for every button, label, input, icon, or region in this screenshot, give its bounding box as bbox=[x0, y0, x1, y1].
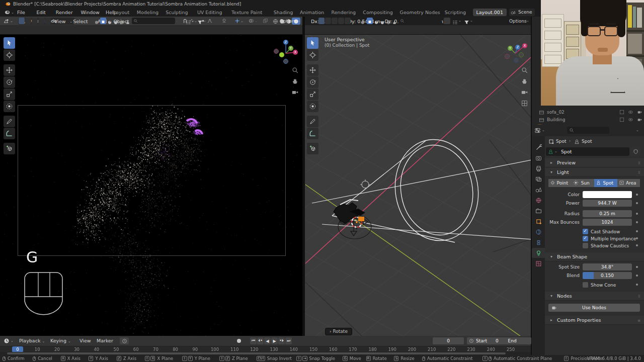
camera-view-icon[interactable] bbox=[521, 88, 528, 98]
max-bounces-field[interactable]: 1024 bbox=[583, 219, 632, 226]
viewport-menu-select[interactable]: Select bbox=[73, 19, 88, 24]
properties-tab-texture-icon[interactable] bbox=[532, 258, 545, 268]
shading-wireframe-icon[interactable] bbox=[273, 19, 278, 24]
jump-end-button[interactable]: ⏭ bbox=[285, 337, 292, 344]
spot-size-field[interactable]: 34.8° bbox=[583, 263, 632, 270]
view-list-icon[interactable] bbox=[452, 18, 458, 27]
collection-dropdown[interactable] bbox=[444, 18, 450, 24]
viewport-menu-view[interactable]: View bbox=[54, 19, 66, 24]
properties-tab-physics-icon[interactable] bbox=[532, 227, 545, 237]
menu-marker[interactable]: Marker bbox=[97, 338, 113, 343]
tool-transform[interactable] bbox=[4, 101, 15, 112]
tool-move[interactable] bbox=[307, 64, 318, 76]
toggle-grid-icon[interactable] bbox=[521, 99, 528, 109]
falloff-curve-icon[interactable] bbox=[207, 18, 213, 24]
workspace-tab-texture-paint[interactable]: Texture Paint bbox=[228, 9, 266, 16]
workspace-tab-rendering[interactable]: Rendering bbox=[328, 9, 360, 16]
gizmo-axis-y[interactable]: Y bbox=[288, 46, 293, 51]
workspace-tab-layout[interactable]: Layout bbox=[110, 9, 133, 16]
view-list-icon[interactable] bbox=[186, 18, 191, 27]
select-mode-subtract[interactable] bbox=[332, 18, 338, 24]
scene-selector[interactable]: Scene bbox=[509, 9, 535, 16]
select-mode-set[interactable] bbox=[318, 18, 325, 24]
light-type-area[interactable]: Area bbox=[617, 179, 640, 187]
record-button[interactable] bbox=[235, 337, 243, 344]
workspace-tab-modeling[interactable]: Modeling bbox=[133, 9, 162, 16]
gizmo-axis-y[interactable]: Y bbox=[508, 46, 513, 51]
show-gizmo-icon[interactable] bbox=[234, 18, 240, 24]
workspace-tab-shading[interactable]: Shading bbox=[270, 9, 297, 16]
filter-brush-icon[interactable] bbox=[125, 18, 130, 27]
light-type-spot[interactable]: Spot bbox=[594, 179, 617, 187]
operator-panel[interactable]: › Rotate bbox=[325, 328, 352, 335]
menu-window[interactable]: Window bbox=[80, 10, 99, 15]
gizmo-axis-z[interactable]: Z bbox=[515, 45, 520, 50]
breadcrumb-data[interactable]: Spot bbox=[582, 139, 592, 144]
tool-select[interactable] bbox=[307, 37, 318, 49]
gizmo-axis-neg[interactable] bbox=[519, 52, 524, 57]
timeline-ruler[interactable]: 0102030405060708090100110120130140150160… bbox=[0, 346, 531, 352]
zoom-icon[interactable] bbox=[521, 66, 528, 75]
play-reverse-button[interactable]: ◀ bbox=[264, 337, 271, 344]
workspace-tab-animation[interactable]: Animation bbox=[296, 9, 328, 16]
show-overlays-icon[interactable] bbox=[249, 18, 254, 24]
panel-beam-shape[interactable]: ▾Beam Shape bbox=[545, 252, 644, 261]
collection-dropdown[interactable] bbox=[177, 18, 184, 24]
filter-monkey-icon[interactable] bbox=[113, 18, 118, 27]
play-button[interactable]: ▶ bbox=[271, 337, 278, 344]
filter-pie-icon[interactable] bbox=[107, 18, 112, 27]
workspace-tab-layout-001[interactable]: Layout.001 bbox=[473, 9, 507, 16]
pan-hand-icon[interactable] bbox=[521, 77, 528, 86]
tool-scale[interactable] bbox=[4, 88, 15, 100]
filter-solid-icon[interactable] bbox=[100, 18, 106, 24]
properties-tab-output-icon[interactable] bbox=[532, 163, 545, 173]
search-input[interactable] bbox=[132, 18, 175, 24]
tool-annotate[interactable] bbox=[4, 116, 15, 127]
tool-annotate[interactable] bbox=[307, 116, 318, 127]
workspace-tab-scripting[interactable]: Scripting bbox=[441, 9, 469, 16]
menu-view[interactable]: View bbox=[79, 338, 91, 343]
gizmo-axis-x[interactable]: X bbox=[293, 50, 298, 55]
tool-transform[interactable] bbox=[307, 101, 318, 112]
menu-keying[interactable]: Keying ⌄ bbox=[50, 338, 71, 343]
workspace-tab-compositing[interactable]: Compositing bbox=[359, 9, 396, 16]
filter-brush-icon[interactable] bbox=[392, 18, 397, 27]
filter-globe-icon[interactable] bbox=[386, 18, 391, 27]
properties-tab-collection-icon[interactable] bbox=[532, 206, 545, 216]
frame-range-fields[interactable]: Start 0 End 120 bbox=[467, 337, 531, 344]
select-mode-invert[interactable] bbox=[38, 18, 44, 24]
power-field[interactable]: 944.7 W bbox=[583, 200, 632, 207]
tool-addcube[interactable] bbox=[4, 143, 15, 154]
auto-keying-clock-icon[interactable] bbox=[120, 337, 129, 344]
workspace-tab-sculpting[interactable]: Sculpting bbox=[162, 9, 191, 16]
filter-solid-icon[interactable] bbox=[367, 18, 373, 24]
filter-funnel-icon[interactable] bbox=[464, 18, 469, 27]
radius-field[interactable]: 0.25 m bbox=[583, 210, 632, 217]
tool-move[interactable] bbox=[4, 64, 15, 76]
select-mode-intersect[interactable] bbox=[345, 18, 351, 24]
gizmo-axis-x[interactable]: X bbox=[522, 43, 527, 48]
tool-cursor[interactable] bbox=[307, 49, 318, 61]
blend-slider[interactable]: 0.150 bbox=[583, 272, 632, 279]
zoom-icon[interactable] bbox=[292, 66, 298, 75]
tool-cursor[interactable] bbox=[4, 49, 15, 61]
viewport-right-canvas[interactable]: User Perspective (0) Collection | Spot Y… bbox=[305, 35, 531, 336]
workspace-tab-geometry-nodes[interactable]: Geometry Nodes bbox=[396, 9, 444, 16]
tool-rotate[interactable] bbox=[307, 76, 318, 88]
viewport-left-canvas[interactable]: G ZYX bbox=[0, 35, 302, 336]
datablock-name-field[interactable]: ⌄ Spot bbox=[546, 147, 629, 156]
multiple-importance-checkbox[interactable] bbox=[583, 236, 588, 241]
gizmo-axis-z[interactable]: Z bbox=[283, 40, 288, 45]
panel-light[interactable]: ▾Light⠿ bbox=[545, 168, 644, 177]
tool-measure[interactable] bbox=[307, 128, 318, 139]
workspace-tab-uv-editing[interactable]: UV Editing bbox=[194, 9, 226, 16]
outliner-row[interactable]: sofa_02 bbox=[532, 109, 644, 116]
panel-custom-properties[interactable]: ▸Custom Properties≡ bbox=[545, 316, 644, 325]
properties-tab-view-layer-icon[interactable] bbox=[532, 174, 545, 184]
light-type-point[interactable]: Point bbox=[548, 179, 572, 187]
properties-editor-icon[interactable] bbox=[534, 127, 541, 134]
menu-edit[interactable]: Edit bbox=[36, 10, 45, 15]
filter-ball-icon[interactable] bbox=[94, 18, 99, 27]
options-dropdown[interactable]: Options bbox=[509, 19, 527, 24]
select-mode-intersect[interactable] bbox=[45, 18, 51, 24]
